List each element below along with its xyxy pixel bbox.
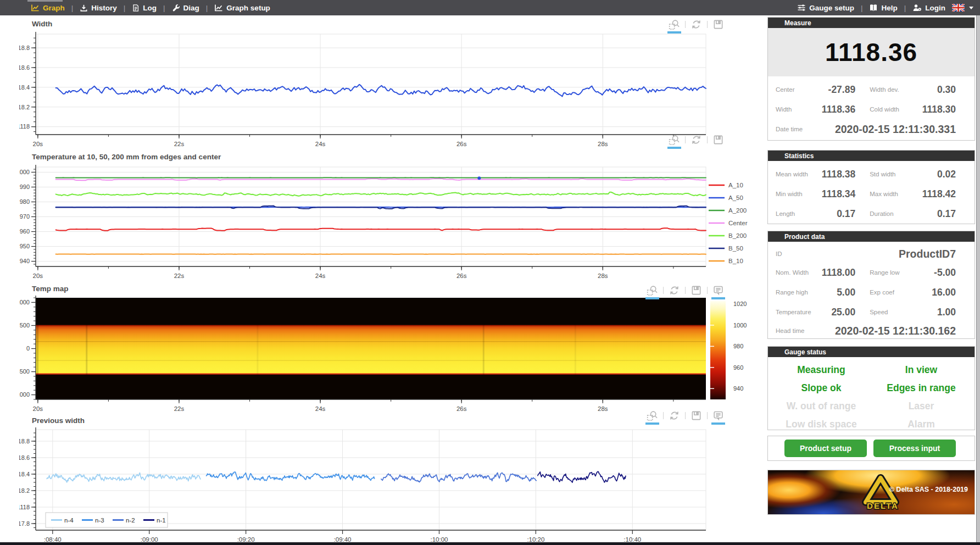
nav-graph-label: Graph xyxy=(43,4,65,12)
nav-gauge-setup[interactable]: Gauge setup xyxy=(797,3,854,12)
range-low-value: -5.00 xyxy=(934,267,956,279)
series-B_200 xyxy=(56,192,706,196)
nom-width-label: Nom. Width xyxy=(776,269,809,277)
toolbar-separator xyxy=(685,21,686,28)
language-selector[interactable] xyxy=(952,4,973,12)
toolbar-separator xyxy=(685,412,686,419)
toolbar-separator xyxy=(707,21,708,28)
chart-legend[interactable]: A_10A_50A_200CenterB_200B_50B_10 xyxy=(709,182,748,264)
svg-text:22s: 22s xyxy=(174,272,185,279)
chart-inset-legend[interactable]: n-4n-3n-2n-1 xyxy=(46,513,168,527)
sliders-icon xyxy=(797,3,806,12)
save-icon[interactable] xyxy=(689,409,703,422)
status-alarm: Alarm xyxy=(871,416,971,434)
window-bottom-edge xyxy=(0,542,980,545)
chart-toolbar xyxy=(645,283,725,297)
width-chart-plot[interactable]: 1118.81118.61118.41118.2111820s22s24s26s… xyxy=(19,16,760,151)
nav-gauge-setup-label: Gauge setup xyxy=(809,4,854,12)
svg-text:1118.4: 1118.4 xyxy=(19,471,30,477)
temperature-label: Temperature xyxy=(776,308,811,316)
nav-log[interactable]: Log xyxy=(132,4,157,12)
svg-text:1000: 1000 xyxy=(19,299,30,305)
refresh-icon[interactable] xyxy=(689,18,703,31)
tooltip-icon[interactable] xyxy=(711,409,725,422)
save-icon[interactable] xyxy=(711,18,725,31)
mean-width-label: Mean width xyxy=(776,170,808,179)
product-setup-button[interactable]: Product setup xyxy=(784,440,867,457)
refresh-icon[interactable] xyxy=(667,409,681,422)
chart-line-icon xyxy=(214,3,223,12)
nav-help-label: Help xyxy=(881,4,897,12)
product-panel-title: Product data xyxy=(784,233,825,241)
svg-text:1118: 1118 xyxy=(19,123,30,130)
zoom-select-icon[interactable] xyxy=(645,283,659,297)
refresh-icon[interactable] xyxy=(667,283,681,297)
length-value: 0.17 xyxy=(837,208,855,220)
nav-separator: | xyxy=(163,4,165,12)
nav-separator: | xyxy=(124,4,126,12)
nav-history-label: History xyxy=(91,4,117,12)
nav-separator: | xyxy=(206,4,208,12)
status-in-view: In view xyxy=(871,362,971,380)
caret-down-icon xyxy=(969,7,973,9)
svg-text:1020: 1020 xyxy=(733,301,747,307)
app-window: Graph | History | Log | Diag | Graph set… xyxy=(0,0,980,545)
svg-text:n-3: n-3 xyxy=(95,517,104,524)
svg-text:26s: 26s xyxy=(456,272,467,279)
brand-footer-panel: DELTA © Delta SAS - 2018-2019 xyxy=(767,470,975,515)
svg-text:28s: 28s xyxy=(598,141,608,147)
svg-text:n-4: n-4 xyxy=(64,517,74,524)
tooltip-icon[interactable] xyxy=(711,283,725,297)
mean-width-value: 1118.38 xyxy=(822,169,855,180)
temperature-chart: Temperature at 10, 50, 200 mm from edges… xyxy=(19,149,760,281)
svg-text:1118.2: 1118.2 xyxy=(19,104,30,110)
svg-text:24s: 24s xyxy=(315,141,326,147)
refresh-icon[interactable] xyxy=(689,133,703,147)
center-label: Center xyxy=(776,86,795,94)
zoom-select-icon[interactable] xyxy=(667,133,681,147)
max-width-value: 1118.42 xyxy=(922,188,956,200)
uk-flag-icon xyxy=(952,4,965,12)
temp-map-chart-plot[interactable]: 1020100098096094010005000-500-100020s22s… xyxy=(19,281,760,413)
nav-graph[interactable]: Graph xyxy=(31,3,65,12)
save-icon[interactable] xyxy=(711,133,725,147)
svg-text:970: 970 xyxy=(20,213,30,220)
save-icon[interactable] xyxy=(689,283,703,297)
svg-text:n-2: n-2 xyxy=(126,517,135,524)
temperature-value: 25.00 xyxy=(831,307,855,318)
previous-width-chart-plot[interactable]: 1118.81118.61118.41118.211181117.8:08:40… xyxy=(19,413,760,543)
svg-text:-500: -500 xyxy=(19,368,30,375)
speed-value: 1.00 xyxy=(937,307,956,318)
nav-help[interactable]: Help xyxy=(869,3,897,12)
measure-panel-title: Measure xyxy=(784,19,811,27)
nav-history[interactable]: History xyxy=(80,4,117,12)
svg-text:1117.8: 1117.8 xyxy=(19,520,30,527)
temperature-chart-plot[interactable]: 100099098097096095094020s22s24s26s28sA_1… xyxy=(19,149,760,281)
zoom-select-icon[interactable] xyxy=(667,18,681,31)
svg-text:20s: 20s xyxy=(33,141,43,147)
width-dev-value: 0.30 xyxy=(937,84,956,96)
window-scrollbar[interactable] xyxy=(976,15,980,542)
nav-diag[interactable]: Diag xyxy=(172,4,199,12)
svg-text:22s: 22s xyxy=(174,405,185,412)
width-value: 1118.36 xyxy=(822,104,855,115)
cold-width-value: 1118.30 xyxy=(922,104,956,115)
process-input-button[interactable]: Process input xyxy=(873,440,956,457)
width-label: Width xyxy=(776,105,792,114)
svg-text:500: 500 xyxy=(20,322,30,329)
zoom-select-icon[interactable] xyxy=(645,409,659,422)
nav-login[interactable]: Login xyxy=(912,3,945,12)
status-laser: Laser xyxy=(871,398,971,416)
date-time-label: Date time xyxy=(776,125,803,134)
toolbar-separator xyxy=(685,287,686,294)
toolbar-separator xyxy=(707,287,708,294)
product-id-value: ProductID7 xyxy=(899,248,956,260)
nav-separator: | xyxy=(71,4,74,12)
svg-text:940: 940 xyxy=(733,385,743,392)
max-width-label: Max width xyxy=(870,190,898,198)
svg-text:20s: 20s xyxy=(33,272,43,279)
svg-text:1118.6: 1118.6 xyxy=(19,64,30,71)
svg-text:26s: 26s xyxy=(456,141,467,147)
nav-graph-setup[interactable]: Graph setup xyxy=(214,3,270,12)
duration-label: Duration xyxy=(870,210,893,218)
